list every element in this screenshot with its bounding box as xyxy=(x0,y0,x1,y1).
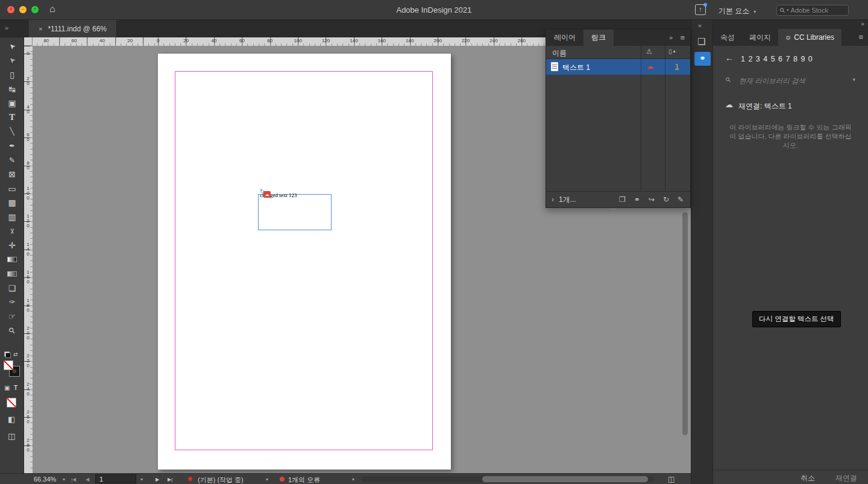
ruler-label: 160 xyxy=(25,270,31,284)
name-column-header[interactable]: 이름 xyxy=(552,48,567,58)
swap-fill-stroke-icon[interactable]: ⇄ xyxy=(13,351,18,357)
previous-page-button[interactable]: ◀ xyxy=(86,477,89,482)
type-tool[interactable]: T xyxy=(0,110,24,125)
gradient-swatch-tool[interactable] xyxy=(0,253,24,267)
ruler-label: 180 xyxy=(406,38,414,43)
scissors-tool[interactable]: ✂ xyxy=(0,224,24,239)
empty-message-line: 이 라이브러리에는 링크할 수 있는 그래픽 xyxy=(726,123,855,132)
page-number-field[interactable]: 1 xyxy=(95,474,136,483)
formatting-affects-container-icon[interactable]: ▣ xyxy=(4,385,10,391)
hand-icon: ☞ xyxy=(8,312,16,321)
tab-layers[interactable]: 레이어 xyxy=(546,30,583,46)
expand-panels-icon[interactable]: « xyxy=(698,22,701,29)
tab-pages[interactable]: 페이지 xyxy=(742,29,778,46)
workspace-switcher[interactable]: 기본 요소▾ xyxy=(719,6,756,16)
chevron-down-icon[interactable]: ▾ xyxy=(63,477,65,482)
link-row[interactable]: 텍스트 1 ☁ 1 xyxy=(546,59,690,75)
next-page-button[interactable]: ▶ xyxy=(156,477,159,482)
first-page-button[interactable]: |◀ xyxy=(71,477,76,482)
screen-mode-icon[interactable]: ◧ xyxy=(8,415,15,424)
horizontal-grid-tool[interactable]: ▦ xyxy=(0,196,24,210)
ruler-label: 160 xyxy=(378,38,386,43)
color-theme-tool[interactable]: ✑ xyxy=(0,295,24,310)
gradient-feather-tool[interactable] xyxy=(0,267,24,281)
text-frame[interactable]: changed text 123 ☁ xyxy=(258,194,332,230)
vertical-ruler[interactable]: 020406080100120140160180200220240260280 xyxy=(24,46,33,473)
go-to-link-icon[interactable]: ↪ xyxy=(649,195,655,204)
panel-expand-icon[interactable]: » xyxy=(5,24,8,31)
panel-resize-grip[interactable]: ∙∙∙ xyxy=(610,206,617,212)
cancel-button[interactable]: 취소 xyxy=(800,473,815,483)
link-page-number[interactable]: 1 xyxy=(675,63,679,70)
tab-properties[interactable]: 속성 xyxy=(713,29,742,46)
share-icon[interactable]: ↑ xyxy=(695,4,706,15)
links-panel-icon[interactable]: ⚭ xyxy=(694,52,711,66)
edit-original-icon[interactable]: ✎ xyxy=(678,195,684,204)
fill-swatch[interactable] xyxy=(4,360,13,370)
layers-panel-icon[interactable]: ❏ xyxy=(697,36,705,47)
vertical-scrollbar[interactable] xyxy=(682,212,688,471)
relink-from-cc-icon[interactable]: ❐ xyxy=(619,195,626,204)
formatting-affects-text-icon[interactable]: T xyxy=(14,385,17,391)
pen-tool[interactable]: ✒ xyxy=(0,139,24,153)
zoom-tool[interactable]: ⚲ xyxy=(0,324,24,338)
panel-menu-icon[interactable]: ≡ xyxy=(858,33,863,42)
chevron-down-icon[interactable]: ▾ xyxy=(266,477,268,482)
error-count[interactable]: 1개의 오류 xyxy=(288,476,320,484)
library-search-input[interactable]: ⚲ 현재 라이브러리 검색 ▾ xyxy=(713,72,868,88)
page-tool[interactable]: ▯ xyxy=(0,68,24,82)
zoom-level[interactable]: 66.34% xyxy=(34,476,56,483)
rectangle-frame-tool[interactable]: ⊠ xyxy=(0,167,24,181)
pen-icon: ✒ xyxy=(9,142,15,150)
last-page-button[interactable]: ▶| xyxy=(168,477,172,482)
collapse-panel-icon[interactable]: » xyxy=(669,34,672,41)
line-tool[interactable]: ╲ xyxy=(0,125,24,139)
chevron-down-icon[interactable]: ▾ xyxy=(852,77,855,83)
rectangle-tool[interactable]: ▭ xyxy=(0,181,24,196)
relink-icon[interactable]: ⚭ xyxy=(634,195,640,204)
vertical-grid-tool[interactable]: ▥ xyxy=(0,210,24,224)
empty-message-line: 시오. xyxy=(726,141,855,150)
column-divider xyxy=(641,46,641,191)
default-fill-stroke-icon[interactable] xyxy=(4,351,11,358)
stock-search-input[interactable]: ⚲ ▾ Adobe Stock xyxy=(776,5,849,16)
update-link-icon[interactable]: ↻ xyxy=(663,195,669,204)
chevron-down-icon[interactable]: ▾ xyxy=(140,477,143,482)
hand-tool[interactable]: ☞ xyxy=(0,309,24,324)
collapse-panels-icon[interactable]: » xyxy=(861,20,864,27)
relink-button[interactable]: 재연결 xyxy=(835,473,857,483)
preflight-profile[interactable]: (기본) (작업 중) xyxy=(198,476,244,484)
tab-links[interactable]: 링크 xyxy=(583,30,614,46)
margin-guides xyxy=(175,71,433,450)
back-icon[interactable]: ← xyxy=(725,53,734,63)
page-column-icon[interactable]: ▯▴ xyxy=(668,48,676,55)
direct-selection-tool[interactable]: ➤ xyxy=(0,54,24,68)
pencil-tool[interactable]: ✎ xyxy=(0,153,24,168)
free-transform-tool[interactable]: ✛ xyxy=(0,238,24,253)
ruler-label: 220 xyxy=(462,38,470,43)
document-page[interactable]: changed text 123 ☁ xyxy=(158,54,451,470)
ruler-origin[interactable] xyxy=(24,37,33,46)
close-icon[interactable]: × xyxy=(39,25,42,33)
gap-tool[interactable]: ↹ xyxy=(0,82,24,96)
selection-tool[interactable]: ➤ xyxy=(0,39,24,54)
note-tool[interactable]: ❏ xyxy=(0,281,24,295)
modified-cloud-link-badge-icon[interactable]: ☁ xyxy=(263,191,271,198)
gap-icon: ↹ xyxy=(8,84,16,94)
page-view-icon[interactable]: ◫ xyxy=(668,475,675,483)
scrollbar-thumb[interactable] xyxy=(482,476,648,482)
document-tab[interactable]: × *1111.indd @ 66% xyxy=(29,20,117,37)
libraries-icon: ≎ xyxy=(785,34,791,42)
scrollbar-thumb[interactable] xyxy=(682,212,688,435)
ruler-label: 40 xyxy=(212,38,217,43)
panel-menu-icon[interactable]: ≡ xyxy=(680,33,685,42)
preview-mode-icon[interactable]: ◫ xyxy=(8,432,15,441)
content-collector-tool[interactable]: ▣ xyxy=(0,96,24,110)
horizontal-scrollbar[interactable] xyxy=(362,476,655,482)
expand-info-icon[interactable]: › xyxy=(552,195,554,204)
warning-column-icon[interactable]: ⚠ xyxy=(646,48,652,55)
chevron-down-icon[interactable]: ▾ xyxy=(352,477,354,482)
ruler-label: 0 xyxy=(157,38,159,43)
tab-cc-libraries[interactable]: ≎CC Libraries xyxy=(778,29,841,46)
apply-none-button[interactable] xyxy=(7,398,16,407)
